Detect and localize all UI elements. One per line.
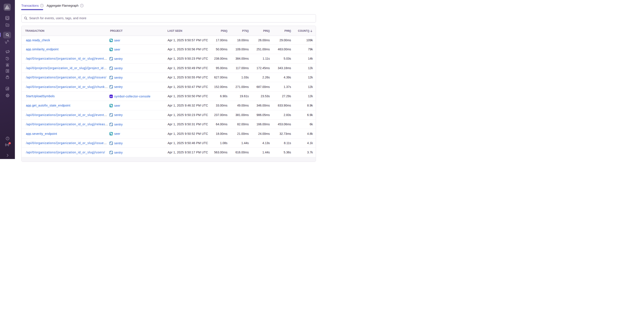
svg-text:?: ? <box>7 137 8 140</box>
svg-text:?: ? <box>41 4 42 7</box>
svg-text:?: ? <box>81 4 82 7</box>
